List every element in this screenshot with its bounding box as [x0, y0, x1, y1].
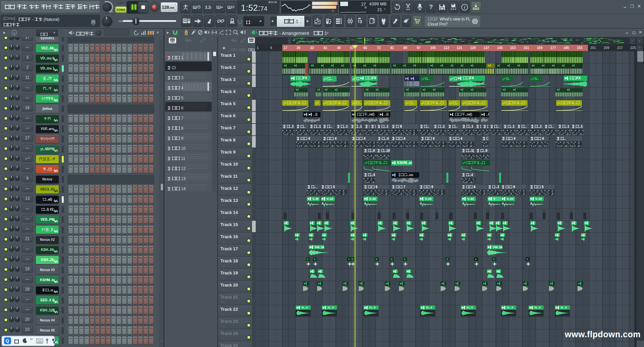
svg-text:S: S — [13, 32, 15, 35]
svg-text:i: i — [464, 5, 465, 10]
